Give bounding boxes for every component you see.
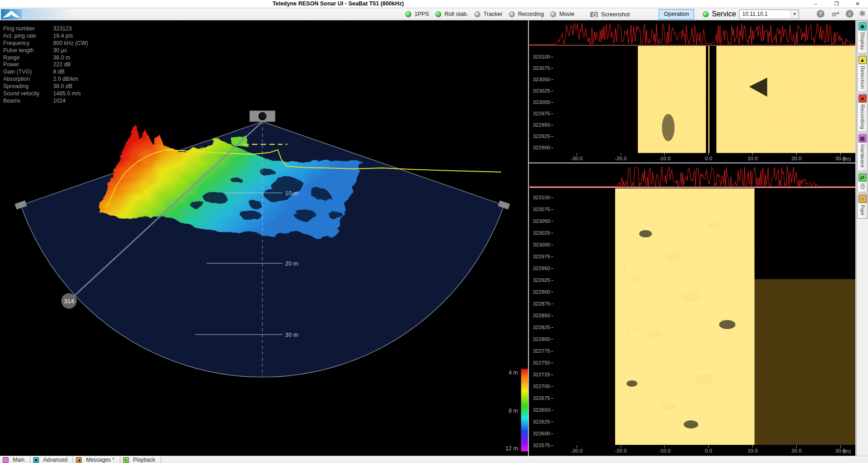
beam-marker-number: 314 <box>64 298 74 305</box>
ping-tick-label: 322625 <box>528 416 553 428</box>
ping-tick-label: 322575 <box>528 439 553 451</box>
side-tab[interactable]: ▦ Hardware <box>857 133 868 171</box>
ping-tick-label: 323025 <box>528 227 553 239</box>
range-label-20m: 20 m <box>285 260 298 267</box>
x-axis-unit-bottom: (m) <box>843 448 851 454</box>
key-button[interactable] <box>832 10 840 18</box>
ping-tick-label: 322700 <box>528 380 553 392</box>
ping-tick-label: 322600 <box>528 428 553 439</box>
led-indicator-icon <box>405 11 411 17</box>
led-toggle[interactable]: Tracker <box>474 11 503 17</box>
service-label: Service <box>712 10 736 18</box>
across-track-tick: -30.0 <box>555 445 599 453</box>
settings-button[interactable]: ✱ <box>858 10 867 18</box>
led-label: 1PPS <box>414 11 429 17</box>
side-tab[interactable]: ▲ Detection <box>857 54 868 92</box>
messages-icon: ◄ <box>76 457 82 463</box>
waterfall-top-y-axis: 3231003230753230503230253230003229753229… <box>528 51 553 153</box>
ip-address-select[interactable]: 10.11.10.1 ▼ <box>739 10 799 19</box>
bottom-tab[interactable]: ◄ Messages * <box>73 456 120 463</box>
bottom-tab-label: Playback <box>133 457 155 463</box>
ping-tick-label: 323000 <box>528 97 553 108</box>
pipe-icon: ∩ <box>858 195 867 203</box>
side-tab-label: Pipe <box>860 205 865 216</box>
across-track-tick: -20.0 <box>599 153 643 161</box>
side-tab-label: Recording <box>860 104 865 129</box>
colorbar-label-8m: 8 m <box>500 408 518 414</box>
ping-tick-label: 323075 <box>528 203 553 215</box>
settings-tab-strip: ◉ Display ▲ Detection ● Recording ▦ Hard… <box>856 20 868 456</box>
camera-icon <box>590 12 598 17</box>
logo-fade <box>22 9 76 20</box>
side-tab[interactable]: ◉ Display <box>857 21 868 54</box>
across-track-tick: 10.0 <box>730 153 774 161</box>
advanced-icon: ✱ <box>33 457 39 463</box>
across-track-tick: 10.0 <box>730 445 774 453</box>
waterfall-bottom-y-axis: 3231003230753230503230253230003229753229… <box>528 192 553 451</box>
ping-tick-label: 322975 <box>528 251 553 262</box>
amplitude-trace-bottom <box>529 164 855 187</box>
ping-tick-label: 323050 <box>528 74 553 85</box>
ping-tick-label: 322750 <box>528 357 553 369</box>
panel-divider[interactable] <box>529 163 855 163</box>
waterfall-bottom-x-axis: -30.0-20.0-10.00.010.020.030.0 <box>555 445 863 453</box>
bottom-tab-label: Advanced <box>43 457 67 463</box>
wedge-sonar-display[interactable]: 10 m 20 m 30 m 314 <box>0 20 528 456</box>
ping-tick-label: 322850 <box>528 310 553 321</box>
range-label-30m: 30 m <box>285 331 298 338</box>
led-label: Movie <box>559 11 574 17</box>
ping-tick-label: 322950 <box>528 119 553 131</box>
ping-tick-label: 322775 <box>528 345 553 357</box>
ping-tick-label: 322925 <box>528 274 553 286</box>
minimize-button[interactable]: – <box>805 0 826 8</box>
ping-tick-label: 323000 <box>528 239 553 251</box>
bottom-tab-label: Main <box>13 457 25 463</box>
side-tab[interactable]: ● Recording <box>857 93 868 133</box>
side-tab[interactable]: ⇄ IO <box>857 172 868 192</box>
bottom-tab[interactable]: ✱ Advanced <box>30 456 73 463</box>
io-icon: ⇄ <box>858 173 867 182</box>
led-toggle[interactable]: Movie <box>550 11 574 17</box>
operation-tab[interactable]: Operation <box>659 9 694 20</box>
led-toggle[interactable]: 1PPS <box>405 11 429 17</box>
across-track-tick: 20.0 <box>774 445 819 453</box>
led-toggle[interactable]: Roll stab. <box>435 11 468 17</box>
waterfall-display-top[interactable] <box>555 46 855 153</box>
close-button[interactable]: ✕ <box>847 0 868 8</box>
depth-gate-dot <box>286 143 287 145</box>
led-toggle[interactable]: Recording <box>509 11 544 17</box>
ping-tick-label: 322800 <box>528 333 553 345</box>
led-indicator-icon <box>550 11 556 17</box>
across-track-tick: -10.0 <box>643 153 687 161</box>
detection-icon: ▲ <box>858 56 867 64</box>
ping-tick-label: 322675 <box>528 392 553 404</box>
display-icon: ◉ <box>858 22 867 30</box>
range-label-10m: 10 m <box>285 190 298 197</box>
playback-icon: ↻ <box>123 457 129 463</box>
teledyne-logo-icon <box>1 9 22 20</box>
maximize-button[interactable]: ❐ <box>826 0 847 8</box>
service-toggle[interactable]: Service <box>703 8 736 20</box>
ping-tick-label: 322975 <box>528 108 553 119</box>
info-button[interactable]: i <box>845 10 854 18</box>
window-title: Teledyne RESON Sonar UI - SeaBat T51 (80… <box>272 0 404 7</box>
ping-tick-label: 323100 <box>528 51 553 63</box>
bottom-tab[interactable]: Main <box>0 456 30 463</box>
ping-tick-label: 322875 <box>528 298 553 310</box>
screenshot-button[interactable]: Screenshot <box>590 11 630 18</box>
ping-tick-label: 322900 <box>528 286 553 298</box>
across-track-tick: -30.0 <box>555 153 599 161</box>
waterfall-display-bottom[interactable] <box>555 188 855 445</box>
recording-icon: ● <box>858 94 867 103</box>
led-indicator-icon <box>509 11 515 17</box>
ping-tick-label: 322900 <box>528 142 553 153</box>
ping-tick-label: 322950 <box>528 262 553 274</box>
side-tab[interactable]: ∩ Pipe <box>857 193 868 219</box>
key-icon <box>832 10 840 18</box>
bottom-tab[interactable]: ↻ Playback <box>120 456 161 463</box>
led-label: Tracker <box>483 11 503 17</box>
help-button[interactable]: ? <box>816 10 825 18</box>
title-bar: Teledyne RESON Sonar UI - SeaBat T51 (80… <box>0 0 868 8</box>
chevron-down-icon[interactable]: ▼ <box>790 10 799 19</box>
toolbar-led-row: 1PPS Roll stab. Tracker Recording <box>405 8 574 20</box>
